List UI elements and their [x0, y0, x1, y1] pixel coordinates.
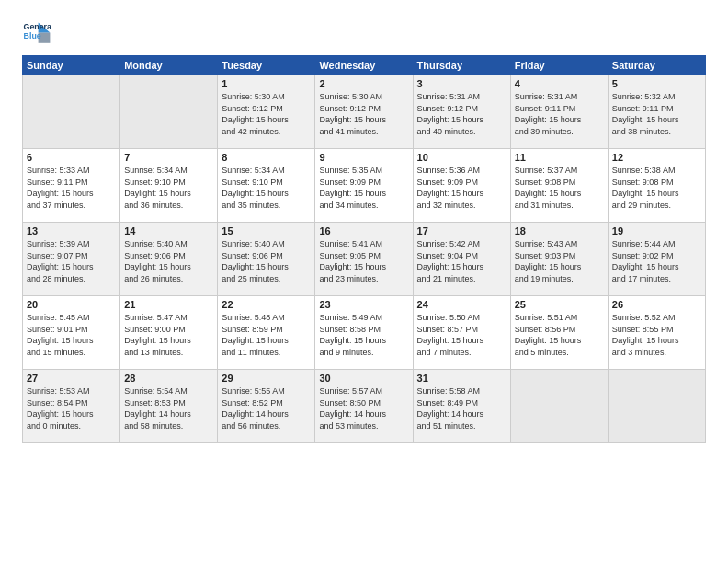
- day-info: Sunrise: 5:33 AM Sunset: 9:11 PM Dayligh…: [27, 165, 116, 211]
- calendar-cell: [510, 370, 608, 443]
- day-number: 29: [222, 373, 311, 384]
- day-number: 10: [417, 152, 506, 163]
- calendar-cell: 19Sunrise: 5:44 AM Sunset: 9:02 PM Dayli…: [608, 223, 705, 296]
- day-info: Sunrise: 5:30 AM Sunset: 9:12 PM Dayligh…: [319, 91, 408, 137]
- calendar-cell: 20Sunrise: 5:45 AM Sunset: 9:01 PM Dayli…: [23, 296, 120, 370]
- calendar-header-saturday: Saturday: [608, 56, 705, 75]
- day-number: 21: [124, 299, 213, 310]
- day-number: 26: [612, 299, 701, 310]
- day-number: 18: [515, 225, 604, 236]
- calendar-cell: 15Sunrise: 5:40 AM Sunset: 9:06 PM Dayli…: [218, 223, 315, 296]
- day-number: 12: [612, 152, 701, 163]
- logo: General Blue: [22, 17, 51, 46]
- day-info: Sunrise: 5:49 AM Sunset: 8:58 PM Dayligh…: [319, 312, 408, 358]
- calendar-week-4: 20Sunrise: 5:45 AM Sunset: 9:01 PM Dayli…: [23, 296, 706, 370]
- calendar-cell: 12Sunrise: 5:38 AM Sunset: 9:08 PM Dayli…: [608, 149, 705, 223]
- calendar-cell: 10Sunrise: 5:36 AM Sunset: 9:09 PM Dayli…: [413, 149, 510, 223]
- calendar-cell: 11Sunrise: 5:37 AM Sunset: 9:08 PM Dayli…: [510, 149, 608, 223]
- calendar-cell: 5Sunrise: 5:32 AM Sunset: 9:11 PM Daylig…: [608, 75, 705, 149]
- day-info: Sunrise: 5:41 AM Sunset: 9:05 PM Dayligh…: [319, 238, 408, 284]
- calendar-cell: 26Sunrise: 5:52 AM Sunset: 8:55 PM Dayli…: [608, 296, 705, 370]
- calendar-cell: 23Sunrise: 5:49 AM Sunset: 8:58 PM Dayli…: [315, 296, 413, 370]
- calendar-cell: 16Sunrise: 5:41 AM Sunset: 9:05 PM Dayli…: [315, 223, 413, 296]
- day-info: Sunrise: 5:31 AM Sunset: 9:11 PM Dayligh…: [515, 91, 604, 137]
- day-number: 7: [124, 152, 213, 163]
- day-info: Sunrise: 5:44 AM Sunset: 9:02 PM Dayligh…: [612, 238, 701, 284]
- day-number: 2: [319, 78, 408, 89]
- calendar-header-friday: Friday: [510, 56, 608, 75]
- calendar-cell: 28Sunrise: 5:54 AM Sunset: 8:53 PM Dayli…: [120, 370, 218, 443]
- calendar-cell: 4Sunrise: 5:31 AM Sunset: 9:11 PM Daylig…: [510, 75, 608, 149]
- day-info: Sunrise: 5:42 AM Sunset: 9:04 PM Dayligh…: [417, 238, 506, 284]
- calendar-cell: 7Sunrise: 5:34 AM Sunset: 9:10 PM Daylig…: [120, 149, 218, 223]
- calendar-cell: 31Sunrise: 5:58 AM Sunset: 8:49 PM Dayli…: [413, 370, 510, 443]
- calendar-header-thursday: Thursday: [413, 56, 510, 75]
- calendar-header-monday: Monday: [120, 56, 218, 75]
- day-number: 16: [319, 225, 408, 236]
- calendar-header-sunday: Sunday: [23, 56, 120, 75]
- calendar-header-wednesday: Wednesday: [315, 56, 413, 75]
- calendar-cell: 29Sunrise: 5:55 AM Sunset: 8:52 PM Dayli…: [218, 370, 315, 443]
- day-info: Sunrise: 5:55 AM Sunset: 8:52 PM Dayligh…: [222, 385, 311, 431]
- calendar-cell: 22Sunrise: 5:48 AM Sunset: 8:59 PM Dayli…: [218, 296, 315, 370]
- day-number: 31: [417, 373, 506, 384]
- day-info: Sunrise: 5:40 AM Sunset: 9:06 PM Dayligh…: [222, 238, 311, 284]
- day-info: Sunrise: 5:36 AM Sunset: 9:09 PM Dayligh…: [417, 165, 506, 211]
- day-number: 4: [515, 78, 604, 89]
- day-info: Sunrise: 5:30 AM Sunset: 9:12 PM Dayligh…: [222, 91, 311, 137]
- day-number: 9: [319, 152, 408, 163]
- calendar-week-2: 6Sunrise: 5:33 AM Sunset: 9:11 PM Daylig…: [23, 149, 706, 223]
- calendar-cell: 13Sunrise: 5:39 AM Sunset: 9:07 PM Dayli…: [23, 223, 120, 296]
- calendar-cell: 27Sunrise: 5:53 AM Sunset: 8:54 PM Dayli…: [23, 370, 120, 443]
- day-info: Sunrise: 5:40 AM Sunset: 9:06 PM Dayligh…: [124, 238, 213, 284]
- day-number: 20: [27, 299, 116, 310]
- calendar-cell: 1Sunrise: 5:30 AM Sunset: 9:12 PM Daylig…: [218, 75, 315, 149]
- page: General Blue SundayMondayTuesdayWednesda…: [0, 0, 728, 563]
- calendar-cell: [23, 75, 120, 149]
- day-number: 8: [222, 152, 311, 163]
- day-number: 5: [612, 78, 701, 89]
- day-info: Sunrise: 5:50 AM Sunset: 8:57 PM Dayligh…: [417, 312, 506, 358]
- calendar-cell: 2Sunrise: 5:30 AM Sunset: 9:12 PM Daylig…: [315, 75, 413, 149]
- day-info: Sunrise: 5:47 AM Sunset: 9:00 PM Dayligh…: [124, 312, 213, 358]
- day-info: Sunrise: 5:34 AM Sunset: 9:10 PM Dayligh…: [222, 165, 311, 211]
- calendar-cell: 14Sunrise: 5:40 AM Sunset: 9:06 PM Dayli…: [120, 223, 218, 296]
- calendar-table: SundayMondayTuesdayWednesdayThursdayFrid…: [22, 55, 706, 443]
- day-number: 27: [27, 373, 116, 384]
- calendar-cell: 8Sunrise: 5:34 AM Sunset: 9:10 PM Daylig…: [218, 149, 315, 223]
- svg-text:Blue: Blue: [24, 31, 41, 40]
- day-info: Sunrise: 5:31 AM Sunset: 9:12 PM Dayligh…: [417, 91, 506, 137]
- day-info: Sunrise: 5:58 AM Sunset: 8:49 PM Dayligh…: [417, 385, 506, 431]
- day-number: 25: [515, 299, 604, 310]
- calendar-cell: 25Sunrise: 5:51 AM Sunset: 8:56 PM Dayli…: [510, 296, 608, 370]
- day-info: Sunrise: 5:57 AM Sunset: 8:50 PM Dayligh…: [319, 385, 408, 431]
- day-info: Sunrise: 5:45 AM Sunset: 9:01 PM Dayligh…: [27, 312, 116, 358]
- day-number: 30: [319, 373, 408, 384]
- calendar-cell: [608, 370, 705, 443]
- day-number: 17: [417, 225, 506, 236]
- day-number: 28: [124, 373, 213, 384]
- day-number: 22: [222, 299, 311, 310]
- day-number: 11: [515, 152, 604, 163]
- day-info: Sunrise: 5:34 AM Sunset: 9:10 PM Dayligh…: [124, 165, 213, 211]
- day-number: 3: [417, 78, 506, 89]
- svg-text:General: General: [24, 22, 51, 31]
- day-number: 13: [27, 225, 116, 236]
- logo-icon: General Blue: [22, 17, 51, 46]
- day-info: Sunrise: 5:39 AM Sunset: 9:07 PM Dayligh…: [27, 238, 116, 284]
- day-number: 6: [27, 152, 116, 163]
- day-info: Sunrise: 5:51 AM Sunset: 8:56 PM Dayligh…: [515, 312, 604, 358]
- calendar-header-tuesday: Tuesday: [218, 56, 315, 75]
- calendar-cell: 24Sunrise: 5:50 AM Sunset: 8:57 PM Dayli…: [413, 296, 510, 370]
- calendar-week-3: 13Sunrise: 5:39 AM Sunset: 9:07 PM Dayli…: [23, 223, 706, 296]
- day-number: 14: [124, 225, 213, 236]
- calendar-cell: 30Sunrise: 5:57 AM Sunset: 8:50 PM Dayli…: [315, 370, 413, 443]
- day-info: Sunrise: 5:32 AM Sunset: 9:11 PM Dayligh…: [612, 91, 701, 137]
- day-number: 15: [222, 225, 311, 236]
- day-info: Sunrise: 5:52 AM Sunset: 8:55 PM Dayligh…: [612, 312, 701, 358]
- calendar-week-1: 1Sunrise: 5:30 AM Sunset: 9:12 PM Daylig…: [23, 75, 706, 149]
- calendar-cell: 21Sunrise: 5:47 AM Sunset: 9:00 PM Dayli…: [120, 296, 218, 370]
- day-number: 1: [222, 78, 311, 89]
- calendar-header-row: SundayMondayTuesdayWednesdayThursdayFrid…: [23, 56, 706, 75]
- calendar-cell: 6Sunrise: 5:33 AM Sunset: 9:11 PM Daylig…: [23, 149, 120, 223]
